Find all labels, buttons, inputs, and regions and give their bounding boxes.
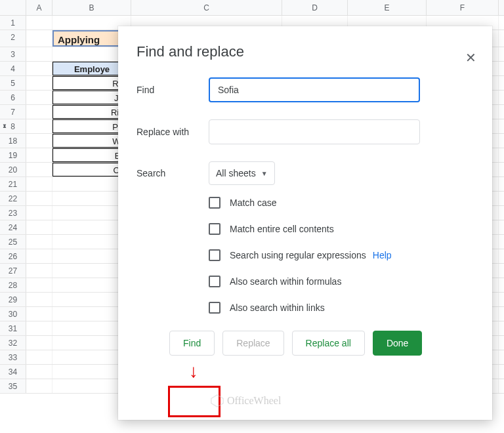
- row-header[interactable]: 8▲▼: [0, 119, 26, 133]
- close-icon[interactable]: ✕: [465, 50, 476, 66]
- cell[interactable]: [26, 30, 52, 47]
- row-header[interactable]: 19: [0, 148, 26, 162]
- row-header[interactable]: 33: [0, 350, 26, 364]
- cell[interactable]: [26, 249, 52, 263]
- match-case-checkbox[interactable]: [209, 197, 220, 209]
- search-scope-label: Search: [136, 168, 209, 178]
- cell[interactable]: [26, 47, 52, 61]
- row-header[interactable]: 23: [0, 206, 26, 220]
- column-headers: A B C D E F: [0, 0, 504, 16]
- find-label: Find: [136, 85, 209, 95]
- row-header[interactable]: 26: [0, 249, 26, 263]
- match-case-label: Match case: [230, 197, 277, 208]
- cell[interactable]: [26, 379, 52, 393]
- cell[interactable]: [26, 148, 52, 162]
- search-scope-dropdown[interactable]: All sheets ▼: [209, 161, 275, 185]
- row-header[interactable]: 2: [0, 30, 26, 47]
- cell[interactable]: [26, 91, 52, 104]
- row-header[interactable]: 4: [0, 62, 26, 75]
- row-header[interactable]: 3: [0, 47, 26, 61]
- row-header[interactable]: 27: [0, 264, 26, 278]
- col-header-a[interactable]: A: [26, 0, 52, 15]
- chevron-down-icon: ▼: [261, 170, 268, 177]
- cell[interactable]: [26, 264, 52, 278]
- row-header[interactable]: 32: [0, 336, 26, 350]
- cell[interactable]: [26, 16, 52, 30]
- regex-checkbox[interactable]: [209, 249, 220, 261]
- replace-button[interactable]: Replace: [222, 331, 284, 356]
- replace-with-label: Replace with: [136, 127, 209, 137]
- row-header[interactable]: 24: [0, 220, 26, 234]
- replace-input[interactable]: [209, 119, 420, 144]
- links-label: Also search within links: [230, 302, 325, 313]
- cell[interactable]: [26, 293, 52, 306]
- col-header-c[interactable]: C: [131, 0, 282, 15]
- find-button[interactable]: Find: [169, 331, 215, 356]
- cell[interactable]: [26, 105, 52, 119]
- find-replace-dialog: Find and replace ✕ Find Replace with Sea…: [118, 26, 492, 420]
- replace-all-button[interactable]: Replace all: [292, 331, 365, 356]
- cell[interactable]: [26, 76, 52, 90]
- cell[interactable]: [26, 307, 52, 321]
- row-header[interactable]: 18: [0, 134, 26, 148]
- col-header-b[interactable]: B: [52, 0, 131, 15]
- cell[interactable]: [26, 235, 52, 249]
- row-header[interactable]: 22: [0, 192, 26, 205]
- col-header-e[interactable]: E: [348, 0, 427, 15]
- formulas-checkbox[interactable]: [209, 276, 220, 287]
- match-entire-checkbox[interactable]: [209, 223, 220, 235]
- links-checkbox[interactable]: [209, 302, 220, 314]
- help-link[interactable]: Help: [373, 250, 392, 260]
- row-header[interactable]: 7: [0, 105, 26, 119]
- col-header-d[interactable]: D: [282, 0, 348, 15]
- row-header[interactable]: 21: [0, 177, 26, 191]
- row-header[interactable]: 1: [0, 16, 26, 30]
- row-header[interactable]: 29: [0, 293, 26, 306]
- match-entire-label: Match entire cell contents: [230, 224, 334, 234]
- cell[interactable]: [26, 220, 52, 234]
- row-header[interactable]: 20: [0, 163, 26, 176]
- row-header[interactable]: 25: [0, 235, 26, 249]
- row-header[interactable]: 28: [0, 278, 26, 292]
- cell[interactable]: [26, 62, 52, 75]
- row-header[interactable]: 6: [0, 91, 26, 104]
- cell[interactable]: [26, 206, 52, 220]
- cell[interactable]: [26, 119, 52, 133]
- cell[interactable]: [26, 350, 52, 364]
- regex-label: Search using regular expressions: [230, 250, 366, 260]
- cell[interactable]: [26, 365, 52, 379]
- find-input[interactable]: [209, 77, 420, 102]
- row-header[interactable]: 34: [0, 365, 26, 379]
- done-button[interactable]: Done: [373, 331, 422, 356]
- group-collapse-down-icon[interactable]: ▼: [2, 119, 7, 133]
- cell[interactable]: [26, 321, 52, 335]
- row-header[interactable]: 30: [0, 307, 26, 321]
- cell[interactable]: [26, 134, 52, 148]
- cell[interactable]: [26, 192, 52, 205]
- row-header[interactable]: 5: [0, 76, 26, 90]
- row-header[interactable]: 31: [0, 321, 26, 335]
- row-header[interactable]: 35: [0, 379, 26, 393]
- select-all-corner[interactable]: [0, 0, 26, 15]
- col-header-f[interactable]: F: [427, 0, 499, 15]
- cell[interactable]: [26, 278, 52, 292]
- search-scope-value: All sheets: [216, 168, 256, 178]
- cell[interactable]: [26, 177, 52, 191]
- cell[interactable]: [26, 163, 52, 176]
- dialog-title: Find and replace: [136, 43, 474, 60]
- cell[interactable]: [26, 336, 52, 350]
- formulas-label: Also search within formulas: [230, 276, 341, 287]
